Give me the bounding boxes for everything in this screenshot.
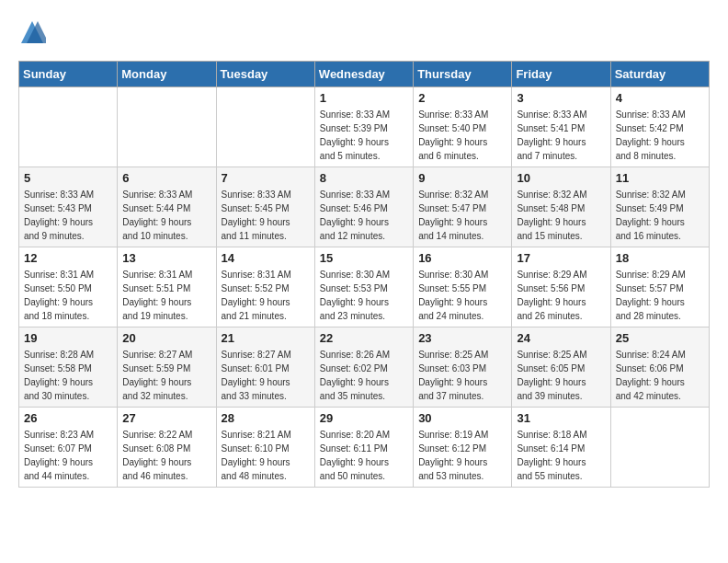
day-info: Sunrise: 8:28 AM Sunset: 5:58 PM Dayligh… bbox=[24, 348, 112, 403]
calendar-cell: 19Sunrise: 8:28 AM Sunset: 5:58 PM Dayli… bbox=[19, 327, 118, 408]
calendar-cell: 12Sunrise: 8:31 AM Sunset: 5:50 PM Dayli… bbox=[19, 247, 118, 327]
calendar-cell: 24Sunrise: 8:25 AM Sunset: 6:05 PM Dayli… bbox=[512, 327, 610, 408]
day-info: Sunrise: 8:19 AM Sunset: 6:12 PM Dayligh… bbox=[418, 428, 506, 483]
calendar-cell: 4Sunrise: 8:33 AM Sunset: 5:42 PM Daylig… bbox=[610, 87, 709, 167]
calendar-cell: 18Sunrise: 8:29 AM Sunset: 5:57 PM Dayli… bbox=[610, 247, 709, 327]
calendar-cell bbox=[610, 408, 709, 488]
day-number: 21 bbox=[222, 331, 310, 345]
day-number: 28 bbox=[222, 411, 310, 425]
day-number: 7 bbox=[222, 171, 310, 185]
calendar-cell: 3Sunrise: 8:33 AM Sunset: 5:41 PM Daylig… bbox=[512, 87, 610, 167]
logo bbox=[18, 18, 50, 46]
day-info: Sunrise: 8:33 AM Sunset: 5:42 PM Dayligh… bbox=[616, 108, 704, 163]
day-info: Sunrise: 8:31 AM Sunset: 5:52 PM Dayligh… bbox=[222, 268, 310, 323]
day-number: 11 bbox=[616, 171, 704, 185]
day-info: Sunrise: 8:21 AM Sunset: 6:10 PM Dayligh… bbox=[222, 428, 310, 483]
page-header bbox=[18, 18, 710, 46]
calendar-cell: 16Sunrise: 8:30 AM Sunset: 5:55 PM Dayli… bbox=[414, 247, 512, 327]
calendar-day-header: Saturday bbox=[610, 62, 709, 87]
day-info: Sunrise: 8:30 AM Sunset: 5:55 PM Dayligh… bbox=[418, 268, 506, 323]
day-number: 5 bbox=[24, 171, 112, 185]
calendar-cell: 30Sunrise: 8:19 AM Sunset: 6:12 PM Dayli… bbox=[414, 408, 512, 488]
day-number: 4 bbox=[616, 91, 704, 105]
day-number: 31 bbox=[517, 411, 605, 425]
calendar-day-header: Monday bbox=[118, 62, 216, 87]
calendar-cell: 20Sunrise: 8:27 AM Sunset: 5:59 PM Dayli… bbox=[118, 327, 216, 408]
calendar-header: SundayMondayTuesdayWednesdayThursdayFrid… bbox=[19, 62, 710, 87]
day-info: Sunrise: 8:32 AM Sunset: 5:49 PM Dayligh… bbox=[616, 188, 704, 243]
day-info: Sunrise: 8:25 AM Sunset: 6:03 PM Dayligh… bbox=[418, 348, 506, 403]
calendar-day-header: Sunday bbox=[19, 62, 118, 87]
day-number: 15 bbox=[320, 251, 408, 265]
calendar-cell: 26Sunrise: 8:23 AM Sunset: 6:07 PM Dayli… bbox=[19, 408, 118, 488]
calendar-cell: 17Sunrise: 8:29 AM Sunset: 5:56 PM Dayli… bbox=[512, 247, 610, 327]
calendar-cell: 31Sunrise: 8:18 AM Sunset: 6:14 PM Dayli… bbox=[512, 408, 610, 488]
day-number: 17 bbox=[517, 251, 605, 265]
calendar-cell: 13Sunrise: 8:31 AM Sunset: 5:51 PM Dayli… bbox=[118, 247, 216, 327]
day-number: 2 bbox=[418, 91, 506, 105]
calendar-cell: 2Sunrise: 8:33 AM Sunset: 5:40 PM Daylig… bbox=[414, 87, 512, 167]
calendar-cell: 7Sunrise: 8:33 AM Sunset: 5:45 PM Daylig… bbox=[216, 167, 314, 247]
day-info: Sunrise: 8:23 AM Sunset: 6:07 PM Dayligh… bbox=[24, 428, 112, 483]
day-info: Sunrise: 8:25 AM Sunset: 6:05 PM Dayligh… bbox=[517, 348, 605, 403]
day-info: Sunrise: 8:29 AM Sunset: 5:57 PM Dayligh… bbox=[616, 268, 704, 323]
day-number: 13 bbox=[122, 251, 210, 265]
calendar-cell: 9Sunrise: 8:32 AM Sunset: 5:47 PM Daylig… bbox=[414, 167, 512, 247]
day-number: 20 bbox=[122, 331, 210, 345]
day-number: 27 bbox=[122, 411, 210, 425]
day-number: 1 bbox=[320, 91, 408, 105]
calendar-cell: 25Sunrise: 8:24 AM Sunset: 6:06 PM Dayli… bbox=[610, 327, 709, 408]
logo-icon bbox=[18, 18, 46, 46]
day-info: Sunrise: 8:33 AM Sunset: 5:40 PM Dayligh… bbox=[418, 108, 506, 163]
day-number: 10 bbox=[517, 171, 605, 185]
calendar-cell: 5Sunrise: 8:33 AM Sunset: 5:43 PM Daylig… bbox=[19, 167, 118, 247]
calendar-day-header: Thursday bbox=[414, 62, 512, 87]
day-number: 3 bbox=[517, 91, 605, 105]
day-info: Sunrise: 8:30 AM Sunset: 5:53 PM Dayligh… bbox=[320, 268, 408, 323]
day-number: 29 bbox=[320, 411, 408, 425]
calendar-cell: 1Sunrise: 8:33 AM Sunset: 5:39 PM Daylig… bbox=[314, 87, 413, 167]
calendar-day-header: Friday bbox=[512, 62, 610, 87]
day-info: Sunrise: 8:27 AM Sunset: 5:59 PM Dayligh… bbox=[122, 348, 210, 403]
calendar-cell: 28Sunrise: 8:21 AM Sunset: 6:10 PM Dayli… bbox=[216, 408, 314, 488]
day-number: 8 bbox=[320, 171, 408, 185]
day-info: Sunrise: 8:33 AM Sunset: 5:39 PM Dayligh… bbox=[320, 108, 408, 163]
day-number: 22 bbox=[320, 331, 408, 345]
day-info: Sunrise: 8:24 AM Sunset: 6:06 PM Dayligh… bbox=[616, 348, 704, 403]
day-number: 23 bbox=[418, 331, 506, 345]
day-info: Sunrise: 8:31 AM Sunset: 5:51 PM Dayligh… bbox=[122, 268, 210, 323]
day-info: Sunrise: 8:20 AM Sunset: 6:11 PM Dayligh… bbox=[320, 428, 408, 483]
day-number: 14 bbox=[222, 251, 310, 265]
day-info: Sunrise: 8:33 AM Sunset: 5:45 PM Dayligh… bbox=[222, 188, 310, 243]
day-info: Sunrise: 8:33 AM Sunset: 5:44 PM Dayligh… bbox=[122, 188, 210, 243]
calendar-cell: 15Sunrise: 8:30 AM Sunset: 5:53 PM Dayli… bbox=[314, 247, 413, 327]
calendar-cell bbox=[19, 87, 118, 167]
day-number: 26 bbox=[24, 411, 112, 425]
day-number: 9 bbox=[418, 171, 506, 185]
day-info: Sunrise: 8:18 AM Sunset: 6:14 PM Dayligh… bbox=[517, 428, 605, 483]
day-number: 12 bbox=[24, 251, 112, 265]
calendar-cell: 29Sunrise: 8:20 AM Sunset: 6:11 PM Dayli… bbox=[314, 408, 413, 488]
day-number: 6 bbox=[122, 171, 210, 185]
day-info: Sunrise: 8:33 AM Sunset: 5:43 PM Dayligh… bbox=[24, 188, 112, 243]
calendar-cell bbox=[118, 87, 216, 167]
day-number: 19 bbox=[24, 331, 112, 345]
day-number: 16 bbox=[418, 251, 506, 265]
day-info: Sunrise: 8:26 AM Sunset: 6:02 PM Dayligh… bbox=[320, 348, 408, 403]
day-info: Sunrise: 8:22 AM Sunset: 6:08 PM Dayligh… bbox=[122, 428, 210, 483]
calendar-day-header: Tuesday bbox=[216, 62, 314, 87]
day-info: Sunrise: 8:31 AM Sunset: 5:50 PM Dayligh… bbox=[24, 268, 112, 323]
day-info: Sunrise: 8:33 AM Sunset: 5:41 PM Dayligh… bbox=[517, 108, 605, 163]
day-number: 18 bbox=[616, 251, 704, 265]
day-info: Sunrise: 8:33 AM Sunset: 5:46 PM Dayligh… bbox=[320, 188, 408, 243]
calendar-cell: 6Sunrise: 8:33 AM Sunset: 5:44 PM Daylig… bbox=[118, 167, 216, 247]
calendar-cell: 8Sunrise: 8:33 AM Sunset: 5:46 PM Daylig… bbox=[314, 167, 413, 247]
calendar-table: SundayMondayTuesdayWednesdayThursdayFrid… bbox=[18, 61, 710, 488]
calendar-cell: 23Sunrise: 8:25 AM Sunset: 6:03 PM Dayli… bbox=[414, 327, 512, 408]
calendar-day-header: Wednesday bbox=[314, 62, 413, 87]
calendar-cell: 21Sunrise: 8:27 AM Sunset: 6:01 PM Dayli… bbox=[216, 327, 314, 408]
day-info: Sunrise: 8:32 AM Sunset: 5:47 PM Dayligh… bbox=[418, 188, 506, 243]
calendar-cell: 22Sunrise: 8:26 AM Sunset: 6:02 PM Dayli… bbox=[314, 327, 413, 408]
calendar-cell: 11Sunrise: 8:32 AM Sunset: 5:49 PM Dayli… bbox=[610, 167, 709, 247]
calendar-cell: 14Sunrise: 8:31 AM Sunset: 5:52 PM Dayli… bbox=[216, 247, 314, 327]
